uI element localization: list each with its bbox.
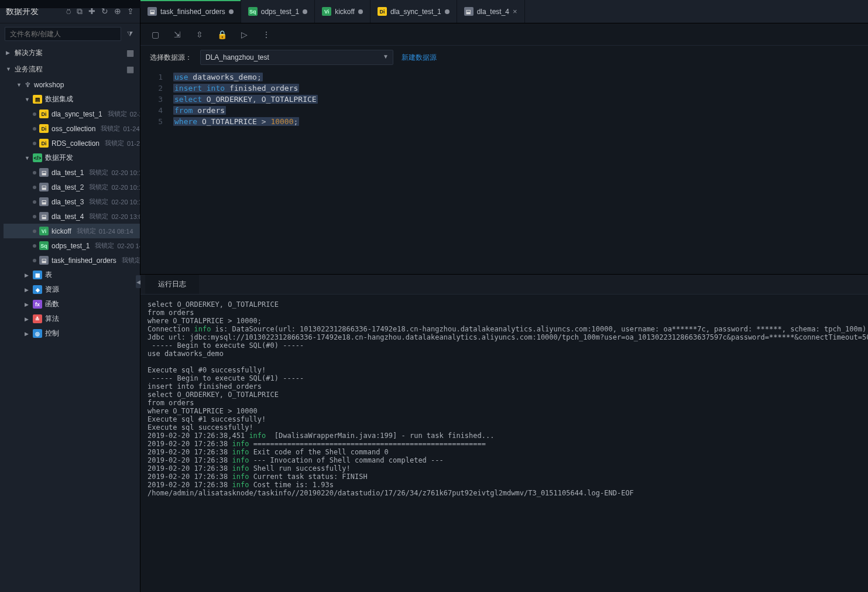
tree-item-dla_sync_test_1[interactable]: Didla_sync_test_1我锁定02-20: [4, 107, 140, 121]
tree-item-meta: 我锁定: [89, 168, 108, 177]
tree-item-dla_test_1[interactable]: ⬓dla_test_1我锁定02-20 10:14: [4, 165, 140, 180]
tab-odps_test_1[interactable]: Sqodps_test_1: [241, 0, 315, 23]
tree-item-meta: 我锁定: [101, 124, 120, 133]
fl-icon: ⬓: [39, 256, 49, 265]
chevron-right-icon: ▶: [25, 316, 30, 322]
code-editor[interactable]: 12345 use dataworks_demo;insert into fin…: [140, 69, 868, 274]
filter-icon[interactable]: ⧩: [125, 30, 135, 38]
new-datasource-link[interactable]: 新建数据源: [402, 53, 437, 63]
tree-item-time: 01-24 0: [123, 125, 140, 132]
tree-item-label: kickoff: [52, 227, 71, 235]
tree-item-meta: 我锁定: [89, 197, 108, 206]
tree-workshop-label: workshop: [34, 81, 64, 89]
tab-dla_test_4[interactable]: ⬓dla_test_4×: [457, 0, 525, 23]
datasource-row: 选择数据源： DLA_hangzhou_test ▼ 新建数据源: [140, 46, 868, 69]
editor-toolbar: ▢ ⇲ ⇳ 🔒 ▷ ⋮: [140, 23, 868, 46]
tab-label: dla_test_4: [477, 8, 509, 16]
cat-control-label: 控制: [45, 328, 59, 338]
tree-cat-function[interactable]: ▶ fx 函数: [4, 297, 140, 312]
resource-icon: ◆: [33, 285, 42, 294]
editor-code[interactable]: use dataworks_demo;insert into finished_…: [170, 69, 318, 274]
sq-icon: Sq: [248, 7, 258, 16]
control-icon: ◎: [33, 329, 42, 338]
fl-icon: ⬓: [147, 7, 157, 16]
tree-item-meta: 我锁定: [77, 227, 96, 235]
more-icon[interactable]: ⋮: [261, 30, 272, 39]
tree-item-dla_test_4[interactable]: ⬓dla_test_4我锁定02-20 13:03: [4, 209, 140, 224]
tree-item-meta: 我锁定: [89, 183, 108, 191]
tree-item-odps_test_1[interactable]: Sqodps_test_1我锁定02-20 14:: [4, 238, 140, 253]
section-flows-label: 业务流程: [15, 64, 43, 74]
log-panel: 运行日志 select O_ORDERKEY, O_TOTALPRICE fro…: [140, 274, 868, 592]
tree-item-label: dla_test_1: [52, 169, 84, 177]
tree-item-dla_test_3[interactable]: ⬓dla_test_3我锁定02-20 10:17: [4, 194, 140, 209]
tree-item-RDS_collection[interactable]: DiRDS_collection我锁定01-24 0: [4, 136, 140, 150]
tab-kickoff[interactable]: Vikickoff: [315, 0, 370, 23]
tab-dla_sync_test_1[interactable]: Didla_sync_test_1: [370, 0, 457, 23]
main: ⬓task_finished_ordersSqodps_test_1Vikick…: [140, 0, 868, 592]
vi-icon: Vi: [322, 7, 331, 16]
status-dot: [33, 142, 36, 145]
sidebar: 数据开发 ⍥ ⧉ ✚ ↻ ⊕ ⇪ ⧩ ▶解决方案 ▦ ▼业务流程 ▦ ▼: [0, 0, 140, 592]
tree-cat-resource[interactable]: ▶ ◆ 资源: [4, 282, 140, 297]
tab-task_finished_orders[interactable]: ⬓task_finished_orders: [140, 0, 241, 23]
tree-item-label: dla_test_4: [52, 213, 84, 221]
tree-data-dev[interactable]: ▼ </> 数据开发: [4, 150, 140, 165]
tree-cat-control[interactable]: ▶ ◎ 控制: [4, 326, 140, 341]
sidebar-search-input[interactable]: [5, 27, 121, 41]
tree-item-time: 02-20 10:14: [111, 169, 140, 176]
run-icon[interactable]: ▷: [239, 30, 249, 39]
cat-table-label: 表: [45, 270, 52, 280]
di-icon: Di: [378, 7, 387, 16]
close-icon[interactable]: ×: [513, 7, 517, 16]
steal-lock-icon[interactable]: ⇳: [194, 30, 205, 39]
dirty-dot-icon: [229, 9, 234, 14]
log-body[interactable]: select O_ORDERKEY, O_TOTALPRICE from ord…: [140, 295, 868, 592]
log-tab-run[interactable]: 运行日志: [145, 274, 199, 294]
fl-icon: ⬓: [464, 7, 474, 16]
sidebar-tree: ▼ ♆ workshop ▼ ▤ 数据集成 Didla_sync_test_1我…: [0, 77, 140, 341]
section-solutions[interactable]: ▶解决方案 ▦: [0, 45, 140, 61]
cat-function-label: 函数: [45, 299, 59, 309]
tree-item-time: 02-20 10:17: [111, 199, 140, 206]
tree-cat-table[interactable]: ▶ ▦ 表: [4, 268, 140, 282]
tree-item-label: dla_test_2: [52, 183, 84, 191]
tree-item-kickoff[interactable]: Vikickoff我锁定01-24 08:14: [4, 224, 140, 238]
tab-label: dla_sync_test_1: [390, 8, 441, 16]
status-dot: [33, 230, 36, 233]
tree-cat-algorithm[interactable]: ▶ ≛ 算法: [4, 312, 140, 326]
lock-icon[interactable]: 🔒: [217, 30, 227, 39]
dirty-dot-icon: [303, 9, 307, 14]
tree-item-time: 02-20: [130, 111, 140, 118]
tree-data-integration[interactable]: ▼ ▤ 数据集成: [4, 92, 140, 107]
status-dot: [33, 186, 36, 189]
tree-data-integration-label: 数据集成: [45, 94, 73, 104]
tree-item-dla_test_2[interactable]: ⬓dla_test_2我锁定02-20 10:14: [4, 180, 140, 194]
submit-icon[interactable]: ⇲: [172, 30, 183, 39]
chevron-right-icon: ▶: [25, 302, 30, 307]
function-icon: fx: [33, 300, 42, 309]
status-dot: [33, 215, 36, 218]
grid-icon[interactable]: ▦: [126, 48, 134, 57]
cat-resource-label: 资源: [45, 285, 59, 295]
tree-item-meta: 我锁定: [95, 241, 114, 250]
chevron-down-icon: ▼: [25, 155, 30, 161]
tree-workshop[interactable]: ▼ ♆ workshop: [4, 77, 140, 92]
section-flows[interactable]: ▼业务流程 ▦: [0, 61, 140, 77]
tree-item-oss_collection[interactable]: Dioss_collection我锁定01-24 0: [4, 121, 140, 136]
tree-item-meta: 我锁定: [108, 109, 127, 118]
save-icon[interactable]: ▢: [150, 30, 160, 39]
status-dot: [33, 127, 36, 131]
chevron-down-icon: ▼: [6, 66, 11, 72]
tab-label: kickoff: [335, 8, 355, 16]
vi-icon: Vi: [39, 227, 49, 235]
workflow-icon: ♆: [25, 81, 31, 89]
datasource-select[interactable]: DLA_hangzhou_test: [200, 50, 393, 65]
chevron-down-icon: ▼: [16, 82, 22, 88]
status-dot: [33, 112, 36, 116]
fl-icon: ⬓: [39, 183, 49, 191]
tree-item-task_finished_orders[interactable]: ⬓task_finished_orders我锁定0: [4, 253, 140, 268]
section-solutions-label: 解决方案: [15, 48, 43, 58]
chevron-down-icon: ▼: [25, 97, 30, 102]
grid-icon[interactable]: ▦: [126, 64, 134, 74]
